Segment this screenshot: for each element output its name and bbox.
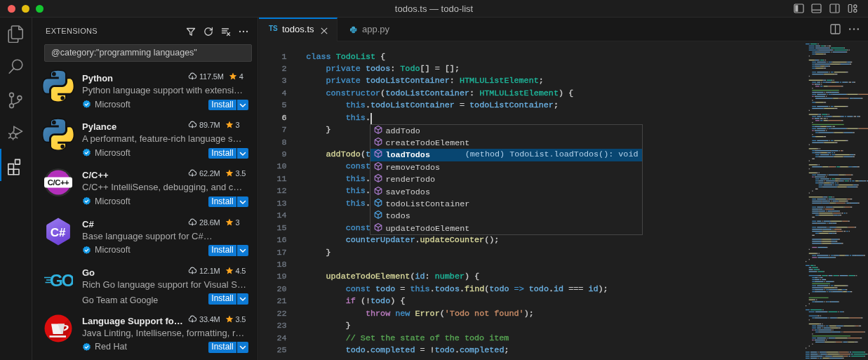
svg-text:C/C++: C/C++ [48,178,69,187]
svg-text:GO: GO [50,271,73,290]
svg-text:C#: C# [51,226,66,239]
